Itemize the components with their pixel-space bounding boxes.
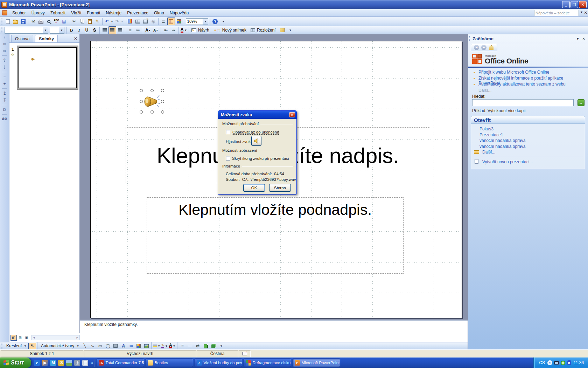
restore-button[interactable]: ❐ <box>570 1 578 8</box>
menu-item-vlozit[interactable]: Vložit <box>68 10 84 16</box>
promote-button[interactable]: ⇦ <box>3 41 6 46</box>
zoom-dropdown-icon[interactable]: ▼ <box>203 19 208 25</box>
menu-item-napoveda[interactable]: Nápověda <box>167 10 192 16</box>
home-icon[interactable] <box>489 45 494 50</box>
notes-area[interactable]: Klepnutím vložíte poznámky. <box>80 320 468 342</box>
taskbar-button-beatles[interactable]: Beatles <box>146 359 193 367</box>
taskbar-button-defragmentace-disku[interactable]: Defragmentace disku <box>244 359 291 367</box>
taskbar-button-microsoft-powerpoint[interactable]: PMicrosoft PowerPoint ... <box>293 359 340 367</box>
align-right-button[interactable] <box>116 26 124 34</box>
text-shadow-button[interactable]: S <box>91 26 98 34</box>
menu-item-upravy[interactable]: Úpravy <box>29 10 48 16</box>
help-question-input[interactable]: Nápověda – zadejte dotaz <box>534 10 579 16</box>
repeat-checkbox[interactable] <box>226 130 230 134</box>
expand-all-button[interactable]: ↧ <box>3 98 6 103</box>
paste-button[interactable] <box>86 18 93 25</box>
open-folder-button[interactable] <box>12 18 19 25</box>
open-file-link[interactable]: vánoční hádanka oprava <box>479 144 525 149</box>
underline-button[interactable]: U <box>83 26 91 34</box>
back-icon[interactable]: ◄ <box>474 45 479 50</box>
ok-button[interactable]: OK <box>243 184 265 192</box>
insert-table-button[interactable] <box>134 18 142 25</box>
decrease-indent-button[interactable]: ⇤ <box>162 26 170 34</box>
selection-handle[interactable] <box>150 89 154 92</box>
font-color-button[interactable]: A▼ <box>180 26 188 34</box>
increase-font-button[interactable]: A▲ <box>144 26 152 34</box>
taskbar-button-total-commander-7-5[interactable]: TCTotal Commander 7.5... <box>97 359 144 367</box>
insert-hyperlink-button[interactable]: ◉ <box>149 18 157 25</box>
line-style-button[interactable]: ≡ <box>178 343 186 349</box>
bullets-button[interactable]: ≔ <box>134 26 142 34</box>
hidden-icons-icon[interactable]: « <box>547 360 552 365</box>
move-up-button[interactable]: ⇧ <box>3 58 6 63</box>
increase-indent-button[interactable]: ⇥ <box>170 26 177 34</box>
selection-handle[interactable] <box>161 100 164 103</box>
dialog-title-bar[interactable]: Možnosti zvuku <box>218 111 296 119</box>
email-button[interactable]: ✉ <box>29 18 37 25</box>
selection-handle[interactable] <box>161 110 164 114</box>
sound-speaker-icon[interactable] <box>143 92 161 110</box>
numbering-button[interactable]: ≡ <box>126 26 134 34</box>
3d-style-button[interactable] <box>209 343 217 349</box>
slide-design-button[interactable]: ✎ Návrh <box>190 26 212 34</box>
font-name-combobox[interactable]: ▼ <box>5 27 48 34</box>
menu-item-zobrazit[interactable]: Zobrazit <box>48 10 68 16</box>
menu-item-prezentace[interactable]: Prezentace <box>124 10 151 16</box>
quick-launch-overflow-icon[interactable]: » <box>91 361 93 365</box>
expand-all-button[interactable]: ≣ <box>160 18 167 25</box>
menu-item-soubor[interactable]: Soubor <box>9 10 29 16</box>
media-player-icon[interactable]: ▶ <box>42 360 48 366</box>
sound-object[interactable] <box>140 89 164 114</box>
shadow-style-button[interactable] <box>202 343 209 349</box>
insert-chart-button[interactable] <box>126 18 134 25</box>
search-input[interactable] <box>472 99 574 106</box>
dash-style-button[interactable]: ╌╌ <box>186 343 194 349</box>
slideshow-view-button[interactable]: ▣ <box>23 335 30 341</box>
pictures-icon[interactable] <box>66 360 72 366</box>
task-pane-dropdown-icon[interactable]: ▼ <box>576 37 580 41</box>
animation-star-icon[interactable]: ☆ <box>11 53 14 57</box>
selection-handle[interactable] <box>140 100 143 103</box>
status-language[interactable]: Čeština <box>197 350 238 357</box>
bluetooth-icon[interactable]: B <box>567 360 571 365</box>
wordart-button[interactable]: A <box>119 343 127 349</box>
print-preview-button[interactable] <box>45 18 52 25</box>
desktop-icon[interactable]: ▦ <box>82 360 88 366</box>
format-painter-button[interactable]: ✎ <box>93 18 101 25</box>
arrow-style-button[interactable]: ⇄ <box>194 343 202 349</box>
slide-sorter-view-button[interactable]: ⊞ <box>17 335 23 341</box>
line-button[interactable]: ╲ <box>81 343 89 349</box>
messenger-icon[interactable]: M <box>50 360 56 366</box>
select-objects-button[interactable]: ↖ <box>28 343 36 349</box>
close-pane-icon[interactable]: ✕ <box>74 36 77 41</box>
zoom-combobox[interactable]: 109% ▼ <box>186 18 208 25</box>
copy-button[interactable] <box>78 18 86 25</box>
line-color-button[interactable]: ✎▼ <box>161 343 168 349</box>
internet-explorer-icon[interactable]: e <box>34 360 40 366</box>
sound-volume-button[interactable] <box>251 136 261 146</box>
rectangle-button[interactable]: ▭ <box>96 343 104 349</box>
taskbar-button-vlozeni-hudby-do-pow[interactable]: eVložení hudby do pow... <box>195 359 242 367</box>
text-box-button[interactable] <box>112 343 119 349</box>
horizontal-scrollbar[interactable]: ◄► <box>31 335 80 340</box>
design-templates-icon[interactable] <box>278 26 286 34</box>
menu-item-okno[interactable]: Okno <box>151 10 167 16</box>
toolbar-options-icon[interactable]: ▼ <box>217 343 225 349</box>
tray-language-indicator[interactable]: CS <box>539 360 545 365</box>
task-pane-close-icon[interactable]: ✕ <box>582 37 585 41</box>
open-file-link[interactable]: vánoční hádanka oprava <box>479 138 525 143</box>
normal-view-button[interactable]: ◧ <box>10 335 17 341</box>
help-button[interactable]: ? <box>211 18 219 25</box>
new-file-button[interactable] <box>4 18 12 25</box>
search-go-button[interactable]: → <box>578 99 584 106</box>
italic-button[interactable]: I <box>75 26 83 34</box>
autoshapes-menu-button[interactable]: Automatické tvary▼ <box>38 343 81 349</box>
clip-art-button[interactable] <box>135 343 142 349</box>
selection-handle[interactable] <box>161 89 164 92</box>
link-connect[interactable]: Připojit k webu Microsoft Office Online <box>478 70 585 75</box>
create-new-link[interactable]: Vytvořit novou prezentaci... <box>482 159 533 164</box>
subtitle-placeholder[interactable]: Klepnutím vložíte podnadpis. <box>147 197 404 274</box>
arrow-button[interactable]: ↘ <box>89 343 96 349</box>
minimize-button[interactable]: _ <box>562 1 570 8</box>
demote-button[interactable]: ⇨ <box>3 48 6 53</box>
